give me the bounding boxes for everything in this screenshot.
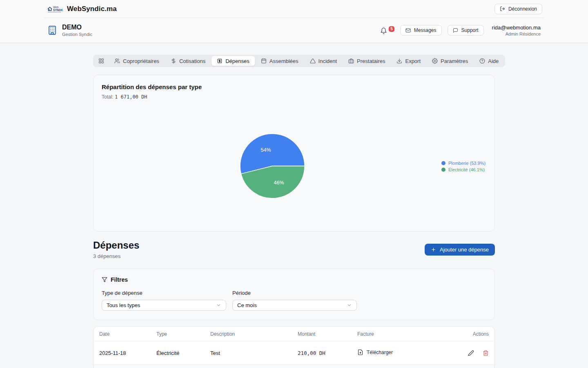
tab-coproprietaires[interactable]: Copropriétaires — [109, 56, 165, 66]
svg-text:SYNDIC: SYNDIC — [53, 8, 63, 11]
messages-label: Messages — [414, 27, 437, 33]
add-expense-label: Ajouter une dépense — [440, 247, 489, 253]
period-label: Période — [232, 290, 357, 296]
cell-description: Test — [210, 350, 298, 356]
filters-header: Filtres — [102, 276, 486, 283]
tab-label: Aide — [488, 58, 499, 64]
support-button[interactable]: Support — [448, 25, 484, 36]
bell-icon — [380, 27, 387, 34]
legend-label-electricite: Électricité (46.1%) — [448, 167, 485, 172]
tab-export[interactable]: Export — [391, 56, 426, 66]
trash-icon — [483, 350, 489, 356]
chart-total-value: 1 671,00 DH — [115, 94, 147, 100]
expenses-section-header: Dépenses 3 dépenses Ajouter une dépense — [93, 240, 495, 259]
expenses-count: 3 dépenses — [93, 253, 139, 259]
tab-label: Dépenses — [225, 58, 249, 64]
user-email: rida@webmotion.ma — [492, 25, 541, 31]
brand: Web SYNDIC WebSyndic.ma — [46, 4, 117, 14]
briefcase-icon — [348, 58, 354, 64]
chevron-down-icon — [347, 303, 352, 308]
chart-total: Total: 1 671,00 DH — [102, 94, 486, 100]
logout-button[interactable]: Déconnexion — [494, 4, 542, 14]
delete-expense-button[interactable] — [483, 350, 489, 356]
help-circle-icon — [479, 58, 485, 64]
expenses-table: Date Type Description Montant Facture Ac… — [93, 326, 495, 368]
user-info: rida@webmotion.ma Admin Résidence — [492, 25, 541, 36]
filters-title: Filtres — [111, 276, 128, 283]
alert-triangle-icon — [310, 58, 316, 64]
period-value: Ce mois — [237, 302, 257, 308]
notifications-button[interactable]: 5 — [380, 26, 394, 34]
download-invoice-link[interactable]: Télécharger — [357, 349, 393, 355]
edit-expense-button[interactable] — [468, 350, 474, 356]
logout-icon — [500, 6, 505, 11]
tab-label: Incident — [318, 58, 337, 64]
tab-cotisations[interactable]: Cotisations — [165, 56, 211, 66]
tab-prestataires[interactable]: Prestataires — [343, 56, 390, 66]
cell-montant: 210,00 DH — [298, 350, 357, 356]
chevron-down-icon — [216, 303, 221, 308]
pie-slice-label-electricite: 46% — [274, 180, 284, 186]
table-row-partial: Électricité Télécharger — [94, 365, 494, 368]
filter-funnel-icon — [102, 277, 107, 283]
legend-item-plomberie: Plomberie (53.9%) — [441, 161, 486, 166]
tab-assemblees[interactable]: Assemblées — [256, 56, 304, 66]
cell-type: Électricité — [156, 350, 210, 356]
legend-dot-electricite — [441, 168, 445, 172]
users-icon — [114, 58, 120, 64]
expenses-pie-chart-card: Répartition des dépenses par type Total:… — [93, 75, 495, 231]
col-header-type: Type — [156, 331, 210, 337]
file-download-icon — [357, 349, 363, 355]
tab-label: Copropriétaires — [123, 58, 159, 64]
calendar-icon — [261, 58, 267, 64]
chart-total-label: Total: — [102, 94, 114, 100]
expense-type-select[interactable]: Tous les types — [102, 300, 226, 311]
main-nav-tabs: Copropriétaires Cotisations Dépenses Ass… — [93, 55, 505, 67]
expense-type-value: Tous les types — [107, 302, 140, 308]
tab-depenses[interactable]: Dépenses — [212, 56, 255, 66]
add-expense-button[interactable]: Ajouter une dépense — [425, 244, 495, 256]
org-subtitle: Gestion Syndic — [62, 32, 92, 37]
tab-incident[interactable]: Incident — [305, 56, 343, 66]
tab-parametres[interactable]: Paramètres — [427, 56, 473, 66]
support-label: Support — [461, 27, 479, 33]
expense-type-label: Type de dépense — [102, 290, 226, 296]
user-role: Admin Résidence — [492, 31, 541, 36]
mail-icon — [405, 28, 411, 33]
org-bar: DEMO Gestion Syndic 5 Messages Support — [44, 18, 544, 43]
pencil-icon — [468, 350, 474, 356]
download-invoice-label: Télécharger — [367, 350, 393, 355]
table-header-row: Date Type Description Montant Facture Ac… — [94, 327, 494, 341]
org-name: DEMO — [62, 24, 92, 31]
dollar-icon — [171, 58, 176, 64]
building-icon — [47, 25, 57, 35]
expense-type-field: Type de dépense Tous les types — [102, 290, 226, 311]
gear-icon — [432, 58, 438, 64]
period-field: Période Ce mois — [232, 290, 357, 311]
download-icon — [396, 58, 402, 64]
filters-card: Filtres Type de dépense Tous les types P… — [93, 269, 495, 320]
legend-item-electricite: Électricité (46.1%) — [441, 167, 486, 172]
tab-label: Export — [405, 58, 421, 64]
tab-dashboard[interactable] — [94, 56, 108, 66]
chat-bubble-icon — [453, 28, 458, 33]
receipt-icon — [217, 58, 223, 64]
col-header-description: Description — [210, 331, 298, 337]
legend-dot-plomberie — [441, 161, 445, 165]
cell-date: 2025-11-18 — [99, 350, 156, 356]
svg-text:Web: Web — [53, 5, 59, 8]
page-title: Dépenses — [93, 240, 139, 251]
messages-button[interactable]: Messages — [400, 25, 442, 36]
websyndic-logo-icon: Web SYNDIC — [46, 4, 63, 14]
tab-aide[interactable]: Aide — [474, 56, 504, 66]
col-header-montant: Montant — [298, 331, 357, 337]
col-header-date: Date — [99, 331, 156, 337]
app-header: Web SYNDIC WebSyndic.ma Déconnexion DEMO… — [0, 0, 588, 43]
period-select[interactable]: Ce mois — [232, 300, 357, 311]
logout-label: Déconnexion — [508, 6, 537, 12]
table-row: 2025-11-18 Électricité Test 210,00 DH Té… — [94, 341, 494, 365]
notification-count-badge: 5 — [389, 26, 394, 32]
tab-label: Prestataires — [357, 58, 385, 64]
col-header-facture: Facture — [357, 331, 454, 337]
tab-label: Assemblées — [270, 58, 298, 64]
